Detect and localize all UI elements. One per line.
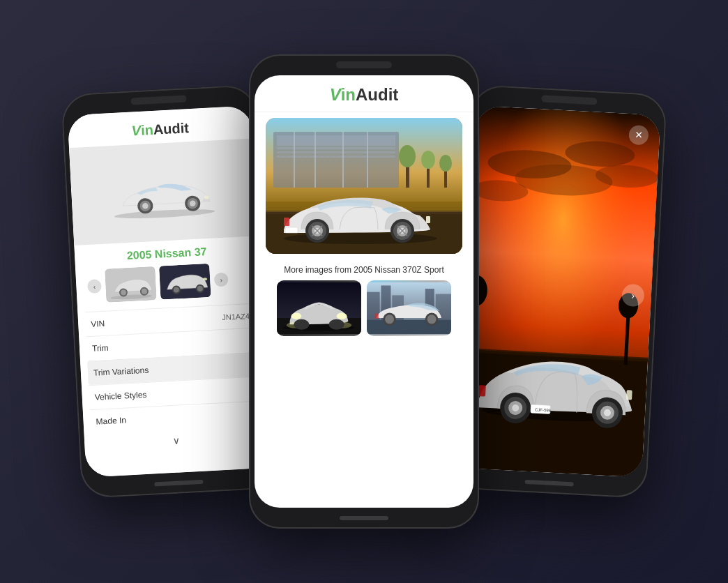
svg-point-63 (328, 319, 344, 330)
more-images-label: More images from 2005 Nissan 370Z Sport (266, 261, 462, 280)
main-car-photo-card[interactable] (266, 118, 462, 254)
home-button-center[interactable] (340, 516, 388, 520)
phone-center: VinAudit (249, 54, 479, 529)
made-in-label: Made In (96, 415, 126, 426)
svg-point-59 (337, 313, 347, 319)
phone-notch-right (541, 95, 597, 105)
prev-thumb-button[interactable]: ‹ (87, 279, 102, 294)
next-thumb-button[interactable]: › (214, 273, 229, 287)
thumbnail-2[interactable] (159, 264, 211, 300)
logo-v-center: V (330, 85, 341, 104)
center-main-car-area: More images from 2005 Nissan 370Z Sport (255, 112, 473, 508)
svg-point-34 (421, 151, 435, 169)
svg-text:CJF-596: CJF-596 (535, 407, 552, 412)
logo-in: in (141, 122, 154, 138)
logo-in-center: in (341, 85, 356, 104)
svg-point-74 (427, 315, 437, 324)
phone-notch-left (130, 95, 186, 105)
home-button-right[interactable] (524, 480, 573, 487)
logo-audit: Audit (153, 120, 189, 137)
gallery-thumb-2[interactable] (367, 280, 451, 336)
info-rows: VIN JN1AZ4 Trim Trim Variations Vehicle … (77, 303, 268, 434)
svg-point-36 (439, 155, 452, 172)
svg-point-58 (291, 313, 301, 319)
vehicle-styles-label: Vehicle Styles (94, 390, 146, 402)
svg-rect-53 (426, 216, 430, 223)
svg-point-72 (385, 315, 394, 324)
car-svg-left (103, 161, 225, 223)
phone-right: CJF-596 ✕ › (451, 84, 667, 499)
vinaudit-logo-left: VinAudit (131, 120, 189, 139)
svg-point-62 (294, 319, 309, 330)
trim-label: Trim (92, 343, 109, 354)
svg-rect-70 (367, 320, 451, 334)
center-header: VinAudit (255, 75, 473, 112)
phones-container: VinAudit (50, 20, 678, 563)
vinaudit-logo-center: VinAudit (330, 85, 399, 105)
phone-center-screen: VinAudit (255, 75, 473, 508)
phone-left-screen: VinAudit (68, 105, 271, 477)
trim-variations-label: Trim Variations (93, 365, 149, 378)
vin-label: VIN (91, 319, 105, 329)
svg-rect-52 (284, 218, 289, 226)
phone-notch-center (336, 61, 392, 68)
main-car-background (266, 118, 462, 254)
vin-value: JN1AZ4 (222, 312, 250, 321)
home-button-left[interactable] (154, 480, 203, 487)
thumbnail-grid (266, 280, 462, 344)
gallery-thumb-1[interactable] (277, 280, 361, 336)
phone-right-screen: CJF-596 ✕ › (458, 105, 661, 477)
svg-rect-98 (478, 385, 486, 397)
phone-left: VinAudit (61, 84, 277, 499)
svg-rect-99 (626, 390, 632, 400)
svg-rect-54 (285, 227, 298, 233)
svg-point-32 (399, 145, 416, 167)
thumbnail-1[interactable] (105, 266, 156, 303)
svg-rect-75 (375, 313, 379, 318)
svg-point-0 (114, 208, 215, 220)
logo-audit-center: Audit (356, 85, 398, 104)
left-car-image (69, 138, 258, 245)
